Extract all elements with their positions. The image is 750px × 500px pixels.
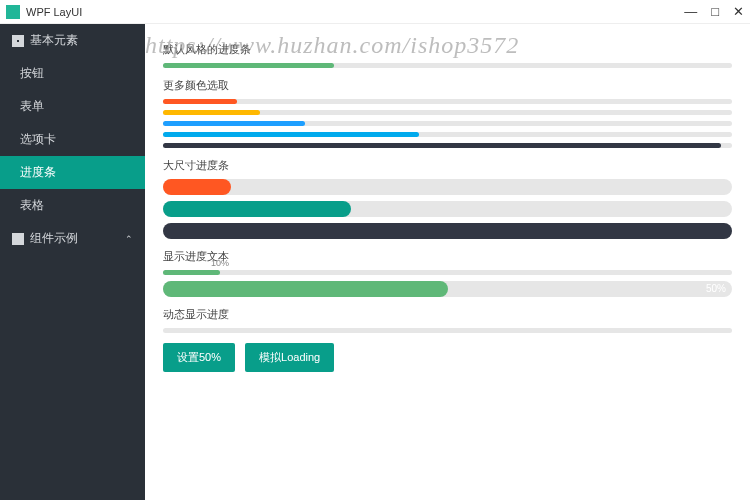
sidebar-item-form[interactable]: 表单 <box>0 90 145 123</box>
progress-bar <box>163 132 732 137</box>
progress-bar: 10% <box>163 270 732 275</box>
section-title-text: 显示进度文本 <box>163 249 732 264</box>
window-controls: — □ ✕ <box>684 4 744 19</box>
maximize-button[interactable]: □ <box>711 4 719 19</box>
sidebar-item-button[interactable]: 按钮 <box>0 57 145 90</box>
app-icon <box>6 5 20 19</box>
minimize-button[interactable]: — <box>684 4 697 19</box>
progress-label: 10% <box>211 258 229 268</box>
nav-group-label: 组件示例 <box>30 230 78 247</box>
nav-group-basic[interactable]: 基本元素 <box>0 24 145 57</box>
window-title: WPF LayUI <box>26 6 684 18</box>
sidebar-item-table[interactable]: 表格 <box>0 189 145 222</box>
progress-bar-big <box>163 201 732 217</box>
grid-icon <box>12 35 24 47</box>
content-area: https://www.huzhan.com/ishop3572 默认风格的进度… <box>145 24 750 500</box>
section-title-default: 默认风格的进度条 <box>163 42 732 57</box>
progress-bar <box>163 63 732 68</box>
progress-bar <box>163 99 732 104</box>
section-title-colors: 更多颜色选取 <box>163 78 732 93</box>
progress-bar-big: 50% <box>163 281 732 297</box>
progress-bar <box>163 143 732 148</box>
progress-bar-big <box>163 179 732 195</box>
set-50-button[interactable]: 设置50% <box>163 343 235 372</box>
section-title-dynamic: 动态显示进度 <box>163 307 732 322</box>
cube-icon <box>12 233 24 245</box>
chevron-up-icon: ⌃ <box>125 234 133 244</box>
sidebar-item-tab[interactable]: 选项卡 <box>0 123 145 156</box>
titlebar: WPF LayUI — □ ✕ <box>0 0 750 24</box>
progress-bar <box>163 328 732 333</box>
sidebar-item-progress[interactable]: 进度条 <box>0 156 145 189</box>
progress-bar-big <box>163 223 732 239</box>
nav-group-components[interactable]: 组件示例 ⌃ <box>0 222 145 255</box>
close-button[interactable]: ✕ <box>733 4 744 19</box>
section-title-big: 大尺寸进度条 <box>163 158 732 173</box>
mock-loading-button[interactable]: 模拟Loading <box>245 343 334 372</box>
button-row: 设置50% 模拟Loading <box>163 343 732 372</box>
progress-label: 50% <box>706 281 726 297</box>
nav-group-label: 基本元素 <box>30 32 78 49</box>
sidebar: 基本元素 按钮 表单 选项卡 进度条 表格 组件示例 ⌃ <box>0 24 145 500</box>
progress-bar <box>163 121 732 126</box>
progress-bar <box>163 110 732 115</box>
